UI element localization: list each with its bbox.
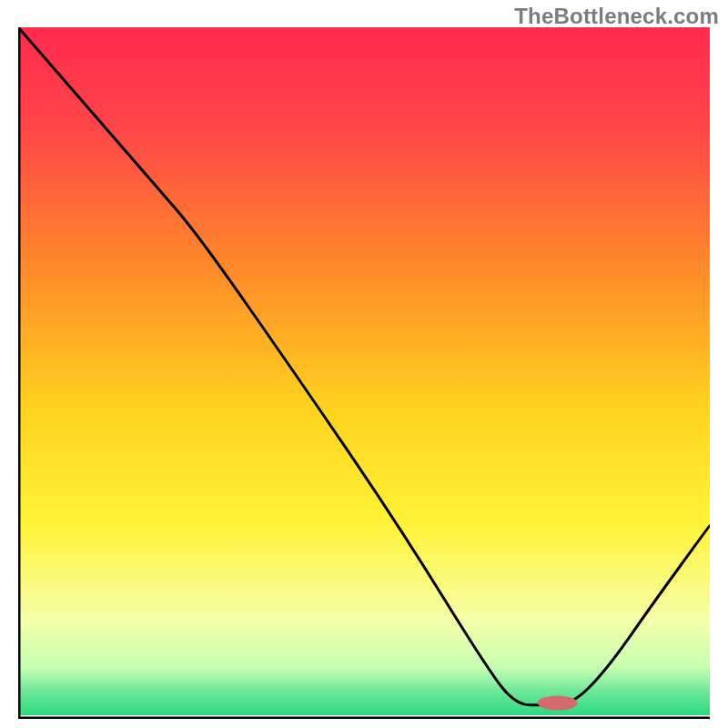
plot-frame — [18, 27, 710, 719]
optimal-marker — [538, 696, 578, 711]
plot-svg — [18, 27, 710, 719]
chart-stage: TheBottleneck.com — [0, 0, 728, 728]
watermark-text: TheBottleneck.com — [514, 4, 719, 29]
gradient-rect — [18, 27, 710, 715]
